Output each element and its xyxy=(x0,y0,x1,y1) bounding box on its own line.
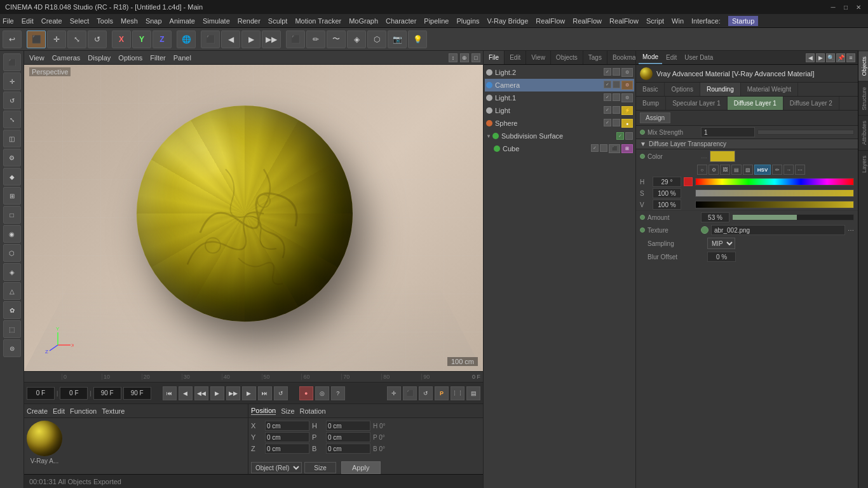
tool-move[interactable]: ✛ xyxy=(3,72,21,90)
tool-unknown11[interactable]: ⬚ xyxy=(3,320,21,338)
tab-file[interactable]: File xyxy=(484,51,505,64)
frame-current-field[interactable]: 0 F xyxy=(60,387,88,400)
assign-btn[interactable]: Assign xyxy=(640,112,670,123)
tree-item-light2[interactable]: Light.2 ✓ ⚙ xyxy=(485,66,634,79)
menu-render[interactable]: Render xyxy=(238,17,261,25)
viewport[interactable]: Perspective xyxy=(24,65,483,371)
amount-slider[interactable] xyxy=(732,214,854,220)
tool-live-select[interactable]: ⬛ xyxy=(3,53,21,71)
menu-mesh[interactable]: Mesh xyxy=(121,17,138,25)
color-tool-img2[interactable]: ▤ xyxy=(731,165,742,175)
menu-realflow1[interactable]: RealFlow xyxy=(536,17,565,25)
menu-vray[interactable]: V-Ray Bridge xyxy=(487,17,529,25)
tab-tags[interactable]: Tags xyxy=(583,51,607,64)
anim-prev-btn[interactable]: ◀ xyxy=(221,30,240,48)
menu-character[interactable]: Character xyxy=(386,17,416,25)
move-btn[interactable]: ✛ xyxy=(47,30,66,48)
select-btn[interactable]: ⬛ xyxy=(27,30,46,48)
section-diffuse-transparency[interactable]: ▼ Diffuse Layer Transparency xyxy=(636,139,858,149)
menu-select[interactable]: Select xyxy=(70,17,90,25)
world-coord-btn[interactable]: 🌐 xyxy=(177,30,196,48)
prev-10-btn[interactable]: ◀◀ xyxy=(194,386,208,400)
menu-simulate[interactable]: Simulate xyxy=(203,17,230,25)
subd-expand[interactable]: ▼ xyxy=(486,133,491,139)
menu-file[interactable]: File xyxy=(3,17,14,25)
undo-btn[interactable]: ↩ xyxy=(3,30,22,48)
sphere-icon[interactable]: ● xyxy=(621,119,633,128)
attr-tab-bump[interactable]: Bump xyxy=(636,97,666,110)
light-icon[interactable]: ⚡ xyxy=(621,106,633,115)
color-tool-gear[interactable]: ⚙ xyxy=(709,165,719,175)
attr-nav-fwd[interactable]: ▶ xyxy=(816,53,825,62)
coord-system-select[interactable]: Object (Rel) xyxy=(251,462,302,473)
rotate-btn[interactable]: ↺ xyxy=(88,30,107,48)
light2-flag1[interactable]: ✓ xyxy=(604,68,611,76)
scale-btn[interactable]: ⤡ xyxy=(67,30,86,48)
menu-realflow3[interactable]: RealFlow xyxy=(609,17,639,25)
texture-filename[interactable]: abr_002.png xyxy=(711,225,845,235)
attr-tab-diff2[interactable]: Diffuse Layer 2 xyxy=(783,97,839,110)
color-swatch[interactable] xyxy=(710,151,735,162)
tp-z-pos[interactable]: 0 cm xyxy=(265,444,309,454)
tree-item-subd[interactable]: ▼ Subdivision Surface ✓ xyxy=(485,130,634,142)
texture-enable-dot[interactable] xyxy=(640,227,645,233)
side-tab-structure[interactable]: Structure xyxy=(858,81,868,116)
vp-menu-display[interactable]: Display xyxy=(85,54,113,62)
tab-edit[interactable]: Edit xyxy=(505,51,526,64)
psr-btn[interactable]: P xyxy=(435,386,449,400)
tool-unknown2[interactable]: ⚙ xyxy=(3,149,21,166)
tp-tab-rotation[interactable]: Rotation xyxy=(300,407,326,415)
menu-motion-tracker[interactable]: Motion Tracker xyxy=(295,17,341,25)
maximize-btn[interactable]: □ xyxy=(841,3,850,11)
goto-last-btn[interactable]: ⏭ xyxy=(258,386,272,400)
play-btn[interactable]: ▶ xyxy=(210,386,224,400)
minimize-btn[interactable]: ─ xyxy=(829,3,837,11)
color-tool-img3[interactable]: ▧ xyxy=(743,165,753,175)
menu-create[interactable]: Create xyxy=(41,17,62,25)
attr-pin[interactable]: 📌 xyxy=(836,53,845,62)
next-10-btn[interactable]: ▶▶ xyxy=(226,386,240,400)
prev-frame-btn[interactable]: ◀ xyxy=(179,386,193,400)
sphere-flag1[interactable]: ✓ xyxy=(604,119,611,126)
tool-unknown3[interactable]: ◆ xyxy=(3,168,21,186)
tool-unknown9[interactable]: △ xyxy=(3,282,21,300)
tp-b-rot[interactable]: 0 cm xyxy=(326,444,370,454)
side-tab-attributes[interactable]: Attributes xyxy=(858,115,868,150)
vp-menu-cameras[interactable]: Cameras xyxy=(50,54,83,62)
camera-flag2[interactable] xyxy=(613,81,620,88)
anim-next-btn[interactable]: ▶▶ xyxy=(262,30,281,48)
gen-btn[interactable]: ⬡ xyxy=(367,30,386,48)
tree-item-light[interactable]: Light ✓ ⚡ xyxy=(485,104,634,117)
ruler-marks[interactable]: 0 10 20 30 40 50 60 70 80 90 xyxy=(62,374,461,380)
menu-animate[interactable]: Animate xyxy=(170,17,195,25)
tp-p-rot[interactable]: 0 cm xyxy=(326,432,370,442)
refresh-btn[interactable]: ↺ xyxy=(419,386,433,400)
frame-end2-field[interactable]: 90 F xyxy=(123,387,151,400)
light1-flag2[interactable] xyxy=(613,93,620,101)
tab-view[interactable]: View xyxy=(526,51,551,64)
light1-icon[interactable]: ⚙ xyxy=(621,93,633,102)
frame-all-btn[interactable]: ⬛ xyxy=(403,386,417,400)
attr-tab-options[interactable]: Options xyxy=(665,83,700,96)
move-tool2[interactable]: ✛ xyxy=(387,386,401,400)
color-tool-eyedrop[interactable]: ✏ xyxy=(772,165,782,175)
motion-btn[interactable]: ▤ xyxy=(466,386,480,400)
material-item[interactable]: V-Ray A... xyxy=(27,421,62,464)
tool-unknown6[interactable]: ◉ xyxy=(3,225,21,243)
deform-btn[interactable]: ◈ xyxy=(347,30,366,48)
tree-item-sphere[interactable]: Sphere ✓ ● xyxy=(485,117,634,130)
amount-value[interactable]: 53 % xyxy=(701,212,729,222)
frame-end-field[interactable]: 90 F xyxy=(93,387,121,400)
keys-btn[interactable]: ⋮⋮ xyxy=(451,386,465,400)
camera-icon[interactable]: ⚙ xyxy=(621,81,633,90)
axis-z-btn[interactable]: Z xyxy=(153,30,172,48)
tp-x-pos[interactable]: 0 cm xyxy=(265,421,309,431)
sphere-flag2[interactable] xyxy=(613,119,620,126)
tree-item-light1[interactable]: Light.1 ✓ ⚙ xyxy=(485,92,634,104)
tp-y-pos[interactable]: 0 cm xyxy=(265,432,309,442)
cube-flag2[interactable] xyxy=(600,144,607,152)
spline-btn[interactable]: 〜 xyxy=(327,30,346,48)
color-tool-img[interactable]: 🖼 xyxy=(720,165,730,175)
help-btn[interactable]: ? xyxy=(331,386,345,400)
menu-plugins[interactable]: Plugins xyxy=(456,17,479,25)
